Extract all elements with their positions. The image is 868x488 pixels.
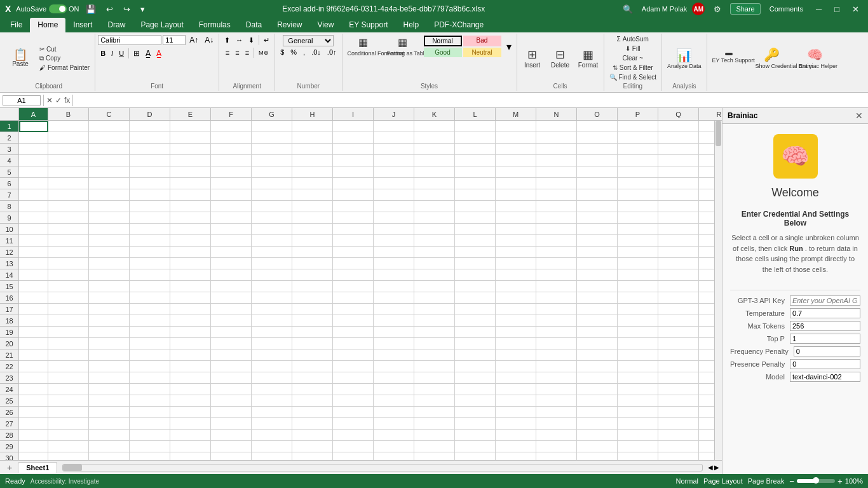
cell-H11[interactable] — [292, 235, 333, 247]
cell-M28[interactable] — [496, 430, 536, 441]
cell-J25[interactable] — [374, 395, 414, 407]
cell-N16[interactable] — [536, 292, 577, 304]
cell-Q7[interactable] — [658, 189, 699, 201]
cell-M4[interactable] — [496, 155, 536, 166]
row-header-22[interactable]: 22 — [0, 361, 18, 372]
cell-M29[interactable] — [496, 441, 536, 452]
cell-E16[interactable] — [170, 292, 211, 304]
cell-F8[interactable] — [211, 201, 252, 212]
insert-function-button[interactable]: fx — [64, 96, 70, 105]
cell-I24[interactable] — [333, 384, 374, 395]
cell-R14[interactable] — [699, 269, 714, 281]
cell-R1[interactable] — [699, 121, 714, 132]
cell-L9[interactable] — [455, 212, 496, 224]
cell-K12[interactable] — [414, 247, 455, 258]
cell-C25[interactable] — [89, 395, 130, 407]
cell-I6[interactable] — [333, 178, 374, 189]
insert-button[interactable]: ⊞ Insert — [520, 46, 545, 70]
cell-E7[interactable] — [170, 189, 211, 201]
cell-P5[interactable] — [618, 166, 658, 178]
cell-M18[interactable] — [496, 315, 536, 327]
cell-Q18[interactable] — [658, 315, 699, 327]
cell-G18[interactable] — [252, 315, 292, 327]
cell-A1[interactable] — [19, 121, 48, 132]
cell-G4[interactable] — [252, 155, 292, 166]
cell-L17[interactable] — [455, 304, 496, 315]
cell-R7[interactable] — [699, 189, 714, 201]
cell-E2[interactable] — [170, 132, 211, 144]
cell-P6[interactable] — [618, 178, 658, 189]
cell-C6[interactable] — [89, 178, 130, 189]
cell-H27[interactable] — [292, 418, 333, 430]
scroll-right-button[interactable]: ▶ — [714, 464, 719, 471]
cell-D24[interactable] — [130, 384, 170, 395]
cell-N13[interactable] — [536, 258, 577, 269]
cell-N12[interactable] — [536, 247, 577, 258]
cell-P10[interactable] — [618, 224, 658, 235]
cell-E10[interactable] — [170, 224, 211, 235]
model-input[interactable] — [790, 372, 860, 382]
top-p-input[interactable] — [790, 334, 860, 344]
row-header-18[interactable]: 18 — [0, 315, 18, 327]
cell-F1[interactable] — [211, 121, 252, 132]
format-button[interactable]: ▦ Format — [576, 46, 601, 70]
cell-N19[interactable] — [536, 327, 577, 338]
cell-C16[interactable] — [89, 292, 130, 304]
cell-D22[interactable] — [130, 361, 170, 372]
cell-L28[interactable] — [455, 430, 496, 441]
cell-A24[interactable] — [19, 384, 48, 395]
cell-F4[interactable] — [211, 155, 252, 166]
cell-D3[interactable] — [130, 144, 170, 155]
cell-H6[interactable] — [292, 178, 333, 189]
cell-H29[interactable] — [292, 441, 333, 452]
cell-O26[interactable] — [577, 407, 618, 418]
cell-L26[interactable] — [455, 407, 496, 418]
cell-R21[interactable] — [699, 349, 714, 361]
cell-H21[interactable] — [292, 349, 333, 361]
conditional-formatting-button[interactable]: ▦ Conditional Formatting — [345, 35, 382, 58]
cell-R19[interactable] — [699, 327, 714, 338]
cell-L25[interactable] — [455, 395, 496, 407]
cell-E27[interactable] — [170, 418, 211, 430]
cell-M13[interactable] — [496, 258, 536, 269]
cell-J17[interactable] — [374, 304, 414, 315]
cell-A14[interactable] — [19, 269, 48, 281]
cell-K26[interactable] — [414, 407, 455, 418]
cell-D8[interactable] — [130, 201, 170, 212]
cell-E15[interactable] — [170, 281, 211, 292]
col-header-E[interactable]: E — [170, 108, 211, 120]
cell-F17[interactable] — [211, 304, 252, 315]
cell-N8[interactable] — [536, 201, 577, 212]
cell-P3[interactable] — [618, 144, 658, 155]
cell-N20[interactable] — [536, 338, 577, 349]
cell-E19[interactable] — [170, 327, 211, 338]
cell-G19[interactable] — [252, 327, 292, 338]
cell-M26[interactable] — [496, 407, 536, 418]
autosave-toggle[interactable]: ON — [49, 4, 79, 13]
row-header-17[interactable]: 17 — [0, 304, 18, 315]
cell-L10[interactable] — [455, 224, 496, 235]
col-header-B[interactable]: B — [48, 108, 89, 120]
cell-F21[interactable] — [211, 349, 252, 361]
good-style[interactable]: Good — [424, 48, 462, 57]
cell-R27[interactable] — [699, 418, 714, 430]
cell-L13[interactable] — [455, 258, 496, 269]
cell-I17[interactable] — [333, 304, 374, 315]
cell-A7[interactable] — [19, 189, 48, 201]
cell-H30[interactable] — [292, 452, 333, 460]
cell-K11[interactable] — [414, 235, 455, 247]
cell-P20[interactable] — [618, 338, 658, 349]
row-header-10[interactable]: 10 — [0, 224, 18, 235]
cell-N5[interactable] — [536, 166, 577, 178]
cell-F3[interactable] — [211, 144, 252, 155]
cell-O9[interactable] — [577, 212, 618, 224]
cell-F6[interactable] — [211, 178, 252, 189]
cell-O3[interactable] — [577, 144, 618, 155]
cell-C1[interactable] — [89, 121, 130, 132]
cell-M7[interactable] — [496, 189, 536, 201]
cell-R5[interactable] — [699, 166, 714, 178]
col-header-J[interactable]: J — [374, 108, 414, 120]
cell-L12[interactable] — [455, 247, 496, 258]
cell-R29[interactable] — [699, 441, 714, 452]
cell-I29[interactable] — [333, 441, 374, 452]
